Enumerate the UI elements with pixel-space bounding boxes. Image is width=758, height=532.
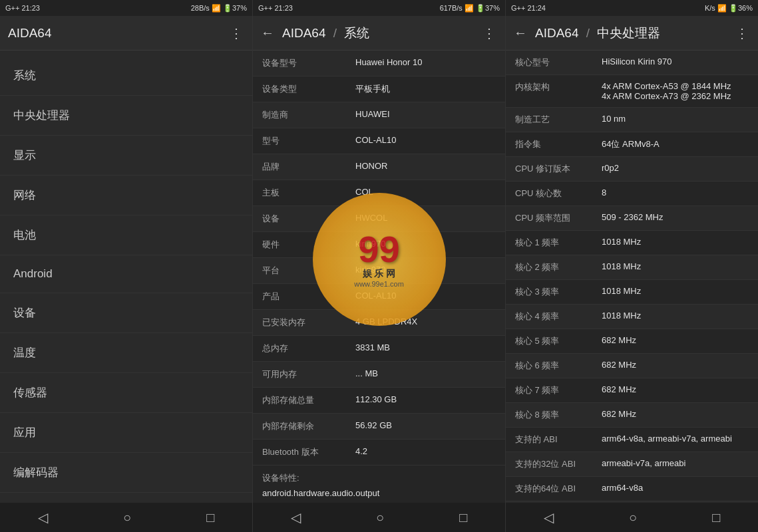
nav-item-4[interactable]: 电池 — [0, 215, 252, 255]
cpu-label-4: CPU 修订版本 — [515, 163, 602, 175]
sys-features-value: android.hardware.audio.outputandroid.har… — [262, 487, 496, 503]
cpu-value-9: 1018 MHz — [602, 286, 749, 298]
status-bar-3: G++ 21:24 K/s 📶 🔋36% — [506, 0, 758, 16]
cpu-title: AIDA64 / 中央处理器 — [535, 25, 735, 42]
recent-btn-2[interactable]: □ — [439, 505, 487, 531]
cpu-title-main: AIDA64 — [535, 26, 578, 40]
sys-row-3: 型号COL-AL10 — [253, 128, 505, 154]
nav-item-8[interactable]: 传感器 — [0, 373, 252, 413]
sys-value-7: kirin970 — [355, 239, 496, 251]
sys-row-10: 已安装内存4 GB LPDDR4X — [253, 310, 505, 336]
sys-label-12: 可用内存 — [262, 368, 355, 380]
back-btn-1[interactable]: ◁ — [18, 504, 68, 531]
nav-bar-2: ◁ ○ □ — [253, 503, 506, 532]
home-btn-1[interactable]: ○ — [103, 505, 151, 531]
home-btn-2[interactable]: ○ — [356, 505, 404, 531]
sys-label-3: 型号 — [262, 135, 355, 147]
cpu-row-18: AES支持 — [506, 501, 758, 503]
sys-label-0: 设备型号 — [262, 57, 355, 69]
sys-label-5: 主板 — [262, 187, 355, 199]
cpu-value-6: 509 - 2362 MHz — [602, 212, 749, 224]
cpu-row-9: 核心 3 频率1018 MHz — [506, 280, 758, 305]
sys-row-8: 平台kirin970 — [253, 258, 505, 284]
sys-value-14: 56.92 GB — [355, 420, 496, 432]
sys-row-6: 设备HWCOL — [253, 206, 505, 232]
cpu-label-14: 核心 8 频率 — [515, 409, 602, 421]
sys-row-15: Bluetooth 版本4.2 — [253, 440, 505, 466]
status-bar-1: G++ 21:23 28B/s 📶 🔋37% — [0, 0, 253, 16]
cpu-value-17: arm64-v8a — [602, 483, 749, 495]
cpu-row-0: 核心型号HiSilicon Kirin 970 — [506, 51, 758, 75]
nav-panel: AIDA64 ⋮ 系统中央处理器显示网络电池Android设备温度传感器应用编解… — [0, 16, 253, 503]
sys-row-14: 内部存储剩余56.92 GB — [253, 414, 505, 440]
nav-item-11[interactable]: 目录 — [0, 493, 252, 503]
cpu-label-3: 指令集 — [515, 138, 602, 150]
cpu-info-table: 核心型号HiSilicon Kirin 970内核架构4x ARM Cortex… — [506, 51, 758, 503]
nav-item-10[interactable]: 编解码器 — [0, 453, 252, 493]
nav-menu-icon[interactable]: ⋮ — [230, 25, 244, 41]
sys-value-8: kirin970 — [355, 265, 496, 277]
home-btn-3[interactable]: ○ — [609, 505, 657, 531]
sys-row-9: 产品COL-AL10 — [253, 284, 505, 310]
cpu-panel: ← AIDA64 / 中央处理器 ⋮ 核心型号HiSilicon Kirin 9… — [506, 16, 758, 503]
cpu-row-15: 支持的 ABIarm64-v8a, armeabi-v7a, armeabi — [506, 428, 758, 452]
sys-row-13: 内部存储总量112.30 GB — [253, 388, 505, 414]
cpu-row-12: 核心 6 频率682 MHz — [506, 354, 758, 378]
cpu-value-10: 1018 MHz — [602, 311, 749, 323]
sys-row-0: 设备型号Huawei Honor 10 — [253, 51, 505, 76]
cpu-value-15: arm64-v8a, armeabi-v7a, armeabi — [602, 434, 749, 446]
cpu-value-13: 682 MHz — [602, 384, 749, 396]
sys-row-5: 主板COL — [253, 180, 505, 206]
recent-btn-3[interactable]: □ — [692, 505, 740, 531]
sys-label-11: 总内存 — [262, 342, 355, 354]
sys-menu-icon[interactable]: ⋮ — [482, 25, 497, 41]
status-time-1: G++ 21:23 — [5, 4, 40, 12]
cpu-row-14: 核心 8 频率682 MHz — [506, 403, 758, 428]
nav-item-2[interactable]: 显示 — [0, 136, 252, 176]
recent-btn-1[interactable]: □ — [186, 505, 234, 531]
cpu-value-12: 682 MHz — [602, 360, 749, 372]
nav-item-6[interactable]: 设备 — [0, 293, 252, 333]
cpu-label-11: 核心 5 频率 — [515, 335, 602, 347]
nav-title: AIDA64 — [8, 26, 230, 41]
sys-label-6: 设备 — [262, 213, 355, 225]
sys-row-11: 总内存3831 MB — [253, 336, 505, 362]
status-icons-2: 617B/s 📶 🔋37% — [440, 4, 500, 13]
cpu-label-15: 支持的 ABI — [515, 434, 602, 446]
back-btn-2[interactable]: ◁ — [271, 504, 321, 531]
cpu-value-7: 1018 MHz — [602, 237, 749, 249]
back-btn-3[interactable]: ◁ — [524, 504, 574, 531]
sys-label-8: 平台 — [262, 265, 355, 277]
sys-row-2: 制造商HUAWEI — [253, 102, 505, 128]
nav-bar-3: ◁ ○ □ — [506, 503, 758, 532]
sys-back-icon[interactable]: ← — [261, 25, 274, 41]
cpu-label-1: 内核架构 — [515, 81, 602, 101]
cpu-row-16: 支持的32位 ABIarmeabi-v7a, armeabi — [506, 452, 758, 477]
sys-value-15: 4.2 — [355, 446, 496, 458]
cpu-row-10: 核心 4 频率1018 MHz — [506, 305, 758, 329]
nav-item-7[interactable]: 温度 — [0, 333, 252, 373]
cpu-title-sep: / — [586, 26, 590, 40]
cpu-row-8: 核心 2 频率1018 MHz — [506, 255, 758, 280]
sys-label-2: 制造商 — [262, 109, 355, 121]
cpu-value-2: 10 nm — [602, 114, 749, 126]
nav-item-5[interactable]: Android — [0, 255, 252, 293]
sys-value-6: HWCOL — [355, 213, 496, 225]
nav-item-0[interactable]: 系统 — [0, 56, 252, 96]
sys-label-14: 内部存储剩余 — [262, 420, 355, 432]
sys-info-table: 设备型号Huawei Honor 10设备类型平板手机制造商HUAWEI型号CO… — [253, 51, 505, 503]
sys-row-12: 可用内存... MB — [253, 362, 505, 388]
cpu-back-icon[interactable]: ← — [514, 25, 527, 41]
cpu-label-13: 核心 7 频率 — [515, 384, 602, 396]
cpu-row-17: 支持的64位 ABIarm64-v8a — [506, 477, 758, 501]
nav-item-3[interactable]: 网络 — [0, 176, 252, 215]
cpu-menu-icon[interactable]: ⋮ — [735, 25, 750, 41]
status-time-2: G++ 21:23 — [258, 4, 293, 12]
nav-item-1[interactable]: 中央处理器 — [0, 96, 252, 136]
cpu-label-16: 支持的32位 ABI — [515, 458, 602, 470]
cpu-row-3: 指令集64位 ARMv8-A — [506, 132, 758, 157]
nav-item-9[interactable]: 应用 — [0, 413, 252, 453]
nav-bars-container: ◁ ○ □ ◁ ○ □ ◁ ○ □ — [0, 503, 758, 532]
sys-label-1: 设备类型 — [262, 83, 355, 95]
sys-value-4: HONOR — [355, 161, 496, 173]
